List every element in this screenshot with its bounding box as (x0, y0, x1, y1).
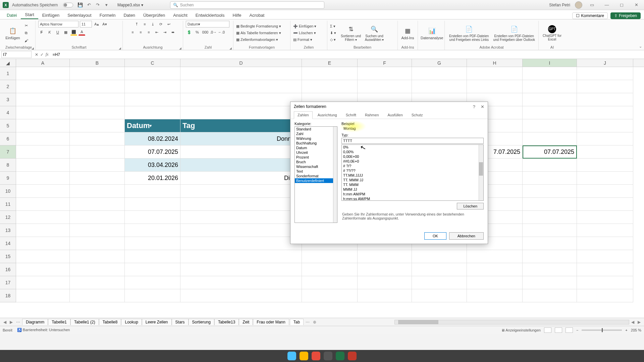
cell[interactable] (180, 106, 302, 119)
cell[interactable] (577, 80, 633, 93)
format-as-table-button[interactable]: ▦ Als Tabelle formatieren ▾ (236, 30, 281, 36)
cell[interactable] (577, 237, 633, 250)
cell[interactable] (125, 276, 180, 289)
cell[interactable] (70, 67, 125, 80)
row-header[interactable]: 12 (0, 211, 16, 224)
cell[interactable] (16, 237, 70, 250)
category-item[interactable]: Uhrzeit (295, 150, 337, 155)
category-item[interactable]: Bruch (295, 160, 337, 164)
row-header[interactable]: 14 (0, 237, 16, 250)
cell[interactable] (523, 119, 577, 132)
row-header[interactable]: 4 (0, 106, 16, 119)
dec-decimal-icon[interactable]: ←.0 (218, 29, 225, 36)
cell[interactable] (412, 80, 467, 93)
row-header[interactable]: 16 (0, 263, 16, 276)
cell[interactable] (467, 263, 523, 276)
scrollbar-thumb[interactable] (479, 162, 483, 176)
clear-icon[interactable]: ◇ ▾ (330, 37, 336, 43)
cell[interactable]: Tag (180, 119, 302, 132)
data-analysis-button[interactable]: 📊Datenanalyse (421, 23, 443, 43)
taskbar-icon[interactable] (300, 352, 308, 360)
italic-icon[interactable]: K (46, 29, 53, 36)
category-list[interactable]: StandardZahlWährungBuchhaltungDatumUhrze… (294, 126, 337, 223)
delete-format-button[interactable]: Löschen (457, 203, 484, 209)
format-item[interactable]: # ??/?? (342, 168, 483, 173)
cell[interactable] (70, 106, 125, 119)
cell[interactable] (577, 93, 633, 106)
undo-icon[interactable]: ↶ (86, 2, 92, 8)
row-header[interactable]: 7 (0, 145, 16, 159)
cell[interactable] (577, 172, 633, 185)
horizontal-scrollbar[interactable] (394, 320, 629, 324)
cancel-button[interactable]: Abbrechen (449, 232, 484, 240)
cancel-formula-icon[interactable]: ✕ (35, 52, 38, 57)
sheet-tab[interactable]: Stars (172, 319, 189, 325)
currency-icon[interactable]: 💲 (186, 29, 193, 36)
cell[interactable] (523, 159, 577, 172)
scrollbar[interactable] (333, 127, 337, 223)
tab-review[interactable]: Überprüfen (139, 11, 169, 19)
format-item[interactable]: ##0,0E+0 (342, 159, 483, 164)
row-header[interactable]: 15 (0, 250, 16, 263)
tab-pagelayout[interactable]: Seitenlayout (63, 11, 96, 19)
cell[interactable] (467, 80, 523, 93)
cell[interactable] (180, 276, 302, 289)
cell[interactable] (180, 289, 302, 302)
sheet-tab[interactable]: Tabelle8 (99, 319, 121, 325)
row-header[interactable]: 11 (0, 198, 16, 211)
share-button[interactable]: ⇪ Freigeben (610, 12, 641, 19)
taskbar-icon[interactable] (287, 352, 296, 360)
select-all-corner[interactable]: ◢ (0, 59, 16, 67)
cell[interactable] (302, 263, 358, 276)
cell[interactable] (70, 211, 125, 224)
chatgpt-button[interactable]: GPTChatGPT for Excel (541, 23, 563, 43)
sheet-nav-more-icon[interactable]: ⋯ (15, 320, 21, 324)
cell[interactable] (70, 185, 125, 198)
tab-start[interactable]: Start (21, 11, 38, 19)
cell[interactable] (358, 263, 412, 276)
cell[interactable] (180, 237, 302, 250)
qat-dropdown-icon[interactable]: ▾ (103, 2, 109, 8)
zoom-slider[interactable] (582, 329, 622, 331)
tab-developer[interactable]: Entwicklertools (192, 11, 229, 19)
maximize-icon[interactable]: ◻ (616, 2, 627, 7)
cell[interactable]: Datum ▾ (125, 119, 180, 132)
col-header[interactable]: D (180, 59, 302, 67)
save-icon[interactable]: 💾 (77, 2, 83, 8)
cell[interactable] (577, 250, 633, 263)
cell[interactable] (16, 106, 70, 119)
cell[interactable] (180, 263, 302, 276)
cell[interactable] (70, 159, 125, 172)
tab-file[interactable]: Datei (3, 11, 21, 19)
cell[interactable] (180, 198, 302, 211)
row-header[interactable]: 13 (0, 224, 16, 237)
minimize-icon[interactable]: — (602, 2, 612, 7)
cell[interactable] (467, 67, 523, 80)
cell[interactable] (577, 263, 633, 276)
cell[interactable] (125, 224, 180, 237)
cell[interactable] (125, 211, 180, 224)
cell[interactable] (523, 67, 577, 80)
pdf-link-button[interactable]: 📄Erstellen von PDF-Dateien und Freigeben… (447, 23, 491, 43)
cell[interactable] (125, 93, 180, 106)
cell[interactable] (358, 80, 412, 93)
align-right-icon[interactable]: ≡ (146, 29, 152, 36)
cell[interactable] (125, 237, 180, 250)
orientation-icon[interactable]: ⟳ (158, 21, 164, 27)
scroll-right-icon[interactable]: ▶ (636, 320, 642, 324)
cell[interactable] (302, 67, 358, 80)
dialog-launcher-icon[interactable]: ◢ (119, 47, 121, 50)
format-cells-button[interactable]: ▤ Format ▾ (293, 37, 316, 43)
cell[interactable] (577, 224, 633, 237)
fill-icon[interactable]: ⬇ ▾ (330, 30, 336, 36)
cell[interactable] (16, 132, 70, 145)
category-item[interactable]: Benutzerdefiniert (295, 178, 337, 183)
cell[interactable] (523, 93, 577, 106)
insert-cells-button[interactable]: ➕ Einfügen ▾ (293, 23, 316, 29)
cell[interactable] (577, 119, 633, 132)
cell[interactable] (302, 276, 358, 289)
shrink-font-icon[interactable]: A▾ (101, 21, 108, 27)
cell[interactable] (523, 263, 577, 276)
cell[interactable] (16, 159, 70, 172)
cell[interactable] (467, 276, 523, 289)
